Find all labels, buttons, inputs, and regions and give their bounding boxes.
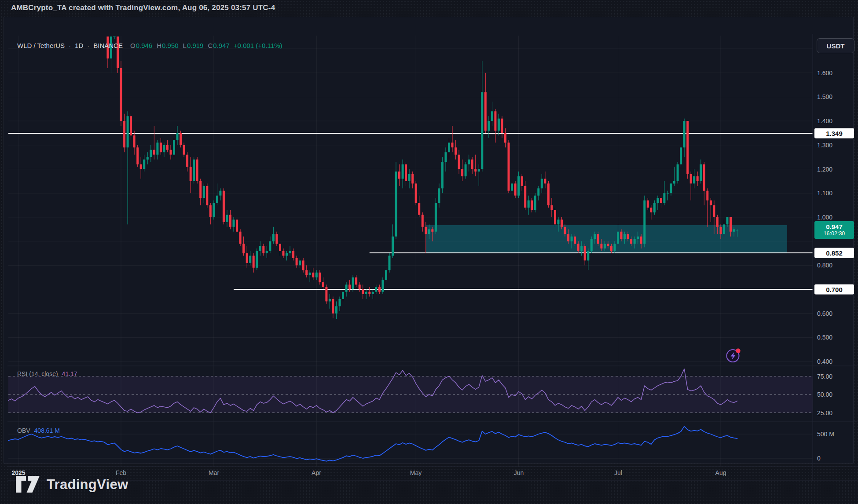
obv-value: 408.61 M [34,427,60,434]
price-tick-0.500: 0.500 [817,334,832,341]
rsi-title[interactable]: RSI (14, close) [17,370,58,377]
chart-widget: WLD / TetherUS · 1D · BINANCE O0.946 H0.… [4,17,854,464]
level-label-0.852: 0.852 [814,248,854,258]
price-tick-1.100: 1.100 [817,190,832,197]
obv-title[interactable]: OBV [17,427,30,434]
separator-dot: · [87,42,89,49]
currency-toggle-button[interactable]: USDT [817,38,854,53]
current-price-label: 0.94716:02:30 [814,221,854,239]
rsi-tick-50.00: 50.00 [817,391,832,398]
open-key: O [130,42,136,49]
axis-month-Aug: Aug [715,469,726,476]
price-tick-1.300: 1.300 [817,142,832,149]
obv-tick-0: 0 [817,455,821,462]
bar-countdown: 16:02:30 [814,230,854,237]
axis-month-Apr: Apr [312,469,321,476]
low-value: 0.919 [187,42,204,49]
attribution-text: AMBCrypto_TA created with TradingView.co… [11,4,275,12]
close-value: 0.947 [213,42,230,49]
price-tick-0.800: 0.800 [817,262,832,269]
low-key: L [183,42,187,49]
axis-month-Mar: Mar [209,469,219,476]
rsi-tick-25.00: 25.00 [817,409,832,416]
ohlc-values: O0.946 H0.950 L0.919 C0.947 [130,42,230,49]
price-tick-1.000: 1.000 [817,214,832,221]
tradingview-brand-text: TradingView [47,477,128,493]
open-value: 0.946 [136,42,153,49]
price-tick-1.200: 1.200 [817,166,832,173]
rsi-tick-75.00: 75.00 [817,373,832,380]
obv-tick-500 M: 500 M [817,431,834,438]
tradingview-logo[interactable]: TradingView [15,475,128,494]
price-tick-1.500: 1.500 [817,93,832,100]
exchange-label[interactable]: BINANCE [93,42,123,49]
symbol-name[interactable]: WLD / TetherUS [17,42,65,49]
interval-label[interactable]: 1D [75,42,83,49]
axis-month-May: May [410,469,422,476]
change-value: +0.001 (+0.11%) [234,42,282,49]
obv-legend: OBV 408.61 M [17,427,60,434]
chart-canvas[interactable] [4,17,858,504]
page: AMBCrypto_TA created with TradingView.co… [0,0,858,504]
axis-month-Jun: Jun [514,469,524,476]
high-value: 0.950 [162,42,179,49]
rsi-value: 41.17 [62,370,77,377]
attribution-header: AMBCrypto_TA created with TradingView.co… [11,4,275,12]
flash-ideas-button[interactable] [725,347,742,364]
axis-month-Jul: Jul [614,469,622,476]
price-tick-0.400: 0.400 [817,358,832,365]
tradingview-mark-icon [15,475,40,494]
high-key: H [157,42,161,49]
close-key: C [208,42,213,49]
level-label-0.700: 0.700 [814,285,854,295]
price-tick-0.600: 0.600 [817,310,832,317]
level-label-1.349: 1.349 [814,128,854,139]
rsi-legend: RSI (14, close) 41.17 [17,370,77,377]
price-tick-1.400: 1.400 [817,117,832,124]
separator-dot: · [69,42,71,49]
symbol-legend: WLD / TetherUS · 1D · BINANCE O0.946 H0.… [17,42,282,49]
flash-icon [725,347,742,364]
price-tick-1.600: 1.600 [817,69,832,77]
